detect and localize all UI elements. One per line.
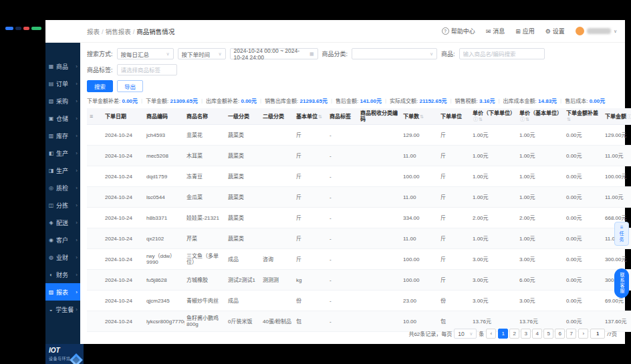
row-expand-cell [87,291,103,311]
table-row[interactable]: 2024-10-24lsc0544金瓜菜蔬菜类斤-11.00斤1.00元1.00… [87,187,631,208]
table-cell: 1.00元 [517,187,564,208]
table-row[interactable]: 2024-10-24qx2102芹菜蔬菜类斤-11.00斤1.00元1.00元0… [87,228,631,249]
export-button[interactable]: 导出 [117,80,143,92]
column-header[interactable]: 单价（下单单位）ⓘ⇅ [471,108,517,125]
column-settings-icon[interactable]: ≡ [90,113,93,120]
column-header[interactable]: 下单金额ⓘ⇅ [603,108,631,125]
pagination: 共62条记录，每页 10 ∨ 条 ‹ 1234567 › /7页 [408,329,617,339]
goods-tag-input[interactable] [117,64,177,75]
page-button[interactable]: 6 [555,329,565,339]
customer-service-button[interactable]: 联系客服 [614,268,629,298]
search-button[interactable]: 搜索 [87,80,113,92]
date-range-picker[interactable]: 2024-10-24 00:00 ~ 2024-10-24 24:00 ▦ [230,48,318,59]
table-row[interactable]: 2024-10-24rwy（ddw）9990三文鱼（多单位）成品咨询斤-100.… [87,249,631,270]
sidebar-item-生产[interactable]: ◨生产› [45,162,80,179]
delivery-icon: ◈ [48,220,54,226]
sidebar-item-采购[interactable]: ▧采购› [45,92,80,110]
column-header[interactable]: 商品标签 [328,108,358,125]
header-action-messages[interactable]: ✉消息 [486,27,505,35]
page-button[interactable]: 7 [566,329,576,339]
user-menu[interactable]: ∨ [576,27,617,35]
sidebar-item-客户[interactable]: ◉客户› [45,231,80,248]
chevron-down-icon: ∨ [166,51,169,57]
column-header[interactable]: 下单日期 [103,108,144,125]
sidebar-item-业财[interactable]: ◍业财› [45,248,80,266]
apps-grid-icon: ⊞ [515,28,521,35]
page-jump-input[interactable] [590,329,605,339]
avatar[interactable] [576,27,584,35]
sidebar-item-生产[interactable]: ◧生产› [45,144,80,162]
column-header[interactable]: 下单单位 [438,108,471,125]
sort-icon[interactable]: ⇅ [525,117,529,122]
table-row[interactable]: 2024-10-24jch4593韭菜花蔬菜类斤-129.00斤1.00元1.0… [87,125,631,146]
info-icon[interactable]: ⓘ [520,117,525,122]
filter-row-1: 搜索方式: 按每日汇总 ∨ 按下单时间 ∨ 2024-10-24 00:00 ~… [87,48,618,59]
time-type-select[interactable]: 按下单时间 ∨ [178,48,226,59]
column-header[interactable]: 商品名称 [184,108,226,125]
sort-icon[interactable]: ⇅ [318,114,322,119]
goods-search-input[interactable] [459,48,545,59]
sidebar-item-商品[interactable]: ▦商品› [45,57,80,75]
sidebar-item-质检[interactable]: ◎质检› [45,179,80,196]
column-label: 商品编码 [146,114,168,120]
column-header[interactable]: 商品编码 [144,108,184,125]
breadcrumb-item[interactable]: 报表 [87,28,100,35]
search-mode-select[interactable]: 按每日汇总 ∨ [117,48,174,59]
column-header[interactable]: 二级分类 [261,108,294,125]
table-row[interactable]: 2024-10-24mec5208木耳菜蔬菜类斤-11.00斤1.00元1.00… [87,146,631,166]
sidebar-item-配送[interactable]: ◈配送› [45,214,80,231]
category-select[interactable]: ∨ [352,48,437,59]
sort-icon[interactable]: ⇅ [479,117,483,122]
table-cell: fu5j8628 [144,270,184,291]
column-header[interactable]: 商品税收分类编码 [358,108,401,125]
column-header[interactable]: 一级分类 [226,108,261,125]
table-row[interactable]: 2024-10-24qjcm2345青椒炒牛肉丝成品份-23.00份3.00元3… [87,291,631,311]
customer-icon: ◉ [48,237,54,243]
prev-page-button[interactable]: ‹ [486,329,496,339]
column-label: 单价（基本单位） [519,110,562,116]
header-action-help-center[interactable]: ?帮助中心 [442,27,475,35]
sidebar-item-订单[interactable]: ▤订单› [45,75,80,92]
sidebar-item-财务[interactable]: ◐财务› [45,266,80,283]
table-cell: 2024-10-24 [103,270,144,291]
next-page-button[interactable]: › [578,329,588,339]
table-cell: 0.00元 [564,228,603,249]
task-float-button[interactable]: ≡ 任务 [614,222,629,246]
page-button[interactable]: 1 [498,329,508,339]
table-row[interactable]: 2024-10-24dqd1759冻青豆蔬菜类斤-100.00斤1.00元1.0… [87,166,631,187]
page-button[interactable]: 5 [543,329,553,339]
info-icon[interactable]: ⓘ [473,117,478,122]
table-row[interactable]: 2024-10-24fu5j8628方城橡胶测试2测试1测测测kg-100.00… [87,270,631,291]
summary-value: 0.00元 [122,98,138,104]
page-button[interactable]: 3 [521,329,531,339]
page-size-select[interactable]: 10 ∨ [454,329,477,339]
table-row[interactable]: 2024-10-24h8b3371娃娃菜-21321蔬菜类斤-334.00斤2.… [87,208,631,228]
summary-item: 售后金额: 141.00元 [336,97,382,104]
sidebar-item-报表[interactable]: ▨报表› [45,283,80,301]
column-label: 下单单位 [440,114,462,120]
sort-icon[interactable]: ⇅ [567,117,571,122]
table-cell: 2.00元 [517,208,564,228]
header-action-settings[interactable]: ⚙设置 [545,27,565,35]
breadcrumb-item[interactable]: 销售报表 [106,28,131,35]
table-cell: 娃娃菜-21321 [184,208,226,228]
table-cell: 木耳菜 [184,146,226,166]
page-button[interactable]: 4 [532,329,542,339]
column-header[interactable]: 单价（基本单位）ⓘ⇅ [517,108,564,125]
sort-icon[interactable]: ⇅ [420,114,424,119]
row-expand-cell [87,146,103,166]
sidebar-item-仓储[interactable]: ▣仓储› [45,110,80,127]
info-icon[interactable]: ⓘ [627,114,631,119]
column-header[interactable]: ≡ [87,108,103,125]
sidebar-item-分拣[interactable]: ◫分拣› [45,196,80,214]
sidebar-item-库存[interactable]: ▥库存› [45,127,80,144]
header-action-apps[interactable]: ⊞应用 [515,27,535,35]
column-header[interactable]: 下单数⇅ [401,108,438,125]
column-header[interactable]: 基本单位⇅ [294,108,328,125]
page-button[interactable]: 2 [509,329,519,339]
summary-divider: | [260,98,261,104]
table-body: 2024-10-24jch4593韭菜花蔬菜类斤-129.00斤1.00元1.0… [87,125,631,332]
column-header[interactable]: 下单金额补差⇅ [564,108,603,125]
table-cell [358,187,401,208]
sidebar-item-学生餐[interactable]: ◒学生餐› [45,301,80,318]
